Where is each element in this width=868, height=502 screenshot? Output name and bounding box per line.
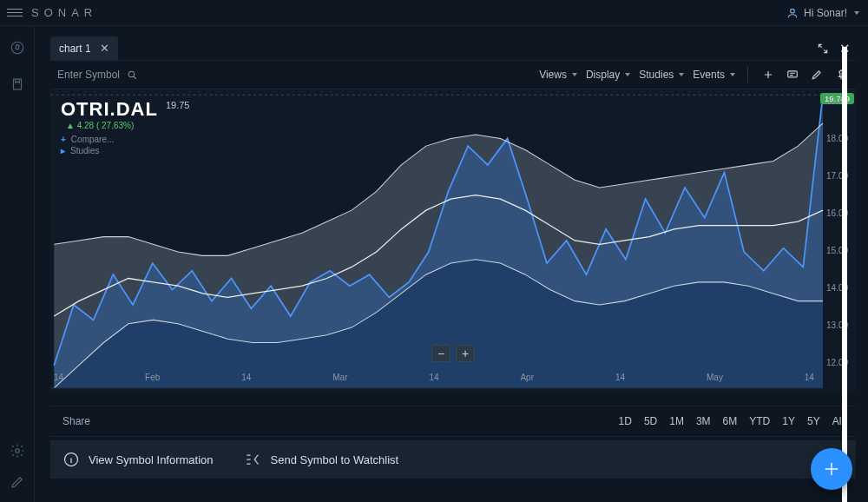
studies-button[interactable]: ▸Studies [61, 145, 189, 156]
user-menu[interactable]: Hi Sonar! [786, 7, 859, 19]
compass-icon[interactable] [10, 40, 25, 56]
chart-tab[interactable]: chart 1 ✕ [50, 36, 118, 60]
left-rail [0, 26, 35, 502]
timeframe-6M[interactable]: 6M [723, 415, 738, 427]
symbol-placeholder: Enter Symbol [57, 69, 120, 81]
symbol-last: 19.75 [166, 100, 190, 110]
watchlist-icon [243, 451, 262, 468]
x-axis: 14Feb14Mar14Apr14May14 [50, 373, 818, 390]
expand-icon[interactable] [817, 43, 829, 55]
symbol-overlay: OTRI.DAL 19.75 ▲ 4.28 ( 27.63%) +Compare… [61, 98, 189, 156]
symbol-input[interactable]: Enter Symbol [57, 69, 138, 81]
views-dropdown[interactable]: Views [539, 69, 577, 81]
timeframe-5D[interactable]: 5D [644, 415, 657, 427]
app-logo: SONAR [31, 6, 97, 19]
menu-button[interactable] [7, 9, 23, 17]
svg-rect-5 [788, 71, 798, 77]
timeframe-1Y[interactable]: 1Y [782, 415, 795, 427]
symbol-ticker: OTRI.DAL [61, 98, 158, 121]
timeframe-1M[interactable]: 1M [669, 415, 684, 427]
display-dropdown[interactable]: Display [586, 69, 630, 81]
info-icon [62, 451, 80, 468]
pencil-icon[interactable] [10, 474, 25, 490]
svg-point-3 [15, 449, 19, 453]
user-greeting: Hi Sonar! [804, 7, 847, 19]
timeframe-1D[interactable]: 1D [619, 415, 632, 427]
chevron-down-icon [854, 11, 859, 15]
symbol-delta: 4.28 ( 27.63%) [77, 121, 135, 130]
timeframe-3M[interactable]: 3M [696, 415, 711, 427]
bookmark-icon[interactable] [10, 76, 25, 92]
svg-point-4 [128, 71, 135, 77]
comment-icon[interactable] [785, 67, 800, 83]
y-axis: 19.0018.0017.0016.0015.0014.0013.0012.00 [821, 96, 856, 367]
events-dropdown[interactable]: Events [693, 69, 735, 81]
tab-label: chart 1 [59, 43, 91, 55]
svg-rect-2 [13, 79, 21, 89]
zoom-out-button[interactable]: − [431, 345, 450, 362]
studies-dropdown[interactable]: Studies [639, 69, 684, 81]
user-icon [786, 7, 799, 19]
chart-area[interactable]: OTRI.DAL 19.75 ▲ 4.28 ( 27.63%) +Compare… [50, 89, 856, 393]
timeframe-YTD[interactable]: YTD [749, 415, 770, 427]
svg-point-1 [11, 42, 23, 54]
draw-icon[interactable] [809, 67, 825, 83]
compare-button[interactable]: +Compare... [61, 134, 189, 145]
zoom-in-button[interactable]: + [456, 345, 475, 362]
view-symbol-info-button[interactable]: View Symbol Information [62, 451, 214, 468]
search-icon [127, 69, 138, 81]
add-fab[interactable] [811, 448, 852, 490]
timeframe-selector: 1D5D1M3M6MYTD1Y5YAll [619, 415, 844, 427]
svg-point-0 [791, 9, 795, 13]
close-tab-icon[interactable]: ✕ [100, 42, 109, 55]
timeframe-5Y[interactable]: 5Y [807, 415, 820, 427]
scrollbar[interactable] [842, 47, 847, 502]
share-button[interactable]: Share [62, 415, 90, 427]
settings-icon[interactable] [10, 443, 25, 459]
plus-icon [822, 459, 841, 479]
send-to-watchlist-button[interactable]: Send Symbol to Watchlist [243, 451, 399, 468]
add-icon[interactable] [760, 67, 776, 83]
